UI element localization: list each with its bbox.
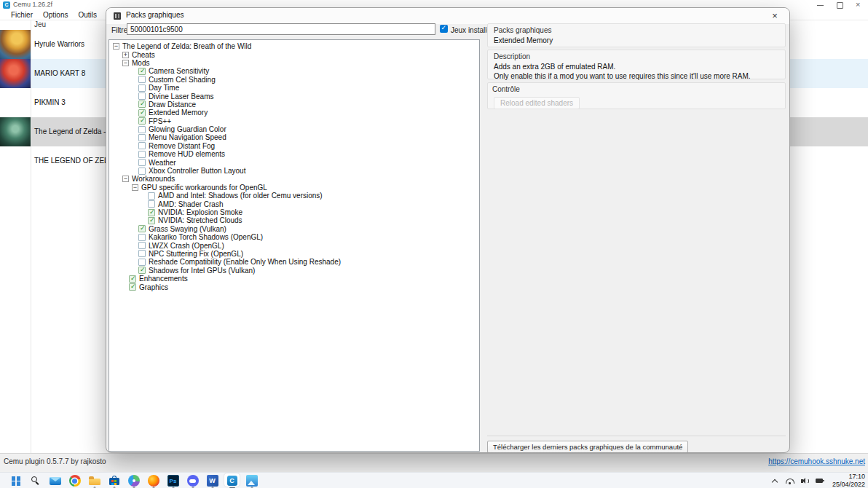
taskbar-icon-firefox[interactable] bbox=[143, 473, 163, 488]
tree-row[interactable]: AMD: Shader Crash bbox=[109, 200, 479, 208]
tree-row[interactable]: + Cheats bbox=[109, 50, 479, 58]
tree-row[interactable]: Custom Cel Shading bbox=[109, 76, 479, 84]
tree-checkbox[interactable] bbox=[138, 76, 146, 83]
tree-checkbox[interactable] bbox=[148, 192, 155, 200]
tree-row[interactable]: Menu Navigation Speed bbox=[109, 133, 479, 141]
game-title: Hyrule Warriors bbox=[34, 30, 84, 59]
taskbar-icon-file-explorer[interactable] bbox=[84, 473, 104, 488]
tree-row[interactable]: Extended Memory bbox=[109, 109, 479, 117]
tree-checkbox[interactable] bbox=[138, 259, 146, 266]
tree-checkbox[interactable] bbox=[138, 117, 146, 125]
tree-checkbox[interactable] bbox=[148, 200, 155, 208]
tree-expander-icon[interactable]: + bbox=[122, 52, 129, 58]
tree-checkbox[interactable] bbox=[148, 209, 155, 216]
tree-row[interactable]: Divine Laser Beams bbox=[109, 92, 479, 100]
tree-checkbox[interactable] bbox=[138, 142, 146, 149]
tree-row[interactable]: Reshade Compatibility (Enable Only When … bbox=[109, 258, 479, 266]
tree-row[interactable]: NPC Stuttering Fix (OpenGL) bbox=[109, 250, 479, 258]
tree-checkbox[interactable] bbox=[129, 275, 136, 283]
cemuhook-link[interactable]: https://cemuhook.sshnuke.net bbox=[768, 457, 865, 465]
tree-row[interactable]: Remove HUD elements bbox=[109, 150, 479, 158]
tree-checkbox[interactable] bbox=[138, 267, 146, 274]
tree-checkbox[interactable] bbox=[138, 126, 146, 133]
taskbar-icon-word[interactable]: W bbox=[202, 473, 222, 488]
tree-row[interactable]: − Workarounds bbox=[109, 175, 479, 183]
tree-row[interactable]: NVIDIA: Explosion Smoke bbox=[109, 208, 479, 216]
battery-icon[interactable] bbox=[816, 476, 826, 486]
taskbar-icon-photos[interactable] bbox=[242, 473, 261, 488]
tree-checkbox[interactable] bbox=[138, 234, 146, 241]
installed-games-checkbox[interactable] bbox=[440, 25, 448, 33]
tree-row[interactable]: Kakariko Torch Shadows (OpenGL) bbox=[109, 233, 479, 241]
taskbar-icon-chrome[interactable] bbox=[65, 473, 84, 488]
tree-label: Graphics bbox=[139, 283, 168, 291]
word-icon: W bbox=[207, 475, 218, 487]
tree-checkbox[interactable] bbox=[138, 68, 146, 75]
filter-input[interactable] bbox=[127, 23, 435, 35]
tree-row[interactable]: Enhancements bbox=[109, 275, 479, 283]
tree-checkbox[interactable] bbox=[138, 93, 146, 100]
tree-row[interactable]: NVIDIA: Stretched Clouds bbox=[109, 216, 479, 224]
tree-checkbox[interactable] bbox=[138, 109, 146, 117]
chevron-up-icon[interactable] bbox=[770, 476, 780, 486]
download-packs-button[interactable]: Télécharger les derniers packs graphique… bbox=[487, 441, 688, 453]
volume-icon[interactable] bbox=[800, 476, 810, 486]
tree-row[interactable]: Day Time bbox=[109, 84, 479, 92]
tree-checkbox[interactable] bbox=[148, 217, 155, 224]
taskbar-icon-photoshop[interactable]: Ps bbox=[163, 473, 183, 488]
tree-expander-icon[interactable]: − bbox=[113, 43, 119, 50]
clock[interactable]: 17:10 25/04/2022 bbox=[832, 473, 865, 488]
tree-row[interactable]: Xbox Controller Button Layout bbox=[109, 167, 479, 175]
tree-row[interactable]: AMD and Intel: Shadows (for older Cemu v… bbox=[109, 192, 479, 200]
tree-row[interactable]: − Mods bbox=[109, 59, 479, 67]
tree-row[interactable]: Grass Swaying (Vulkan) bbox=[109, 225, 479, 233]
taskbar-icon-search[interactable] bbox=[25, 473, 45, 488]
tree-checkbox[interactable] bbox=[138, 242, 146, 249]
reload-shaders-button[interactable]: Reload edited shaders bbox=[494, 97, 580, 109]
wifi-icon[interactable] bbox=[785, 476, 795, 486]
tree-row[interactable]: Shadows for Intel GPUs (Vulkan) bbox=[109, 267, 479, 275]
menu-item[interactable]: Outils bbox=[73, 10, 102, 20]
taskbar-icon-mail[interactable] bbox=[45, 473, 65, 488]
minimize-icon[interactable] bbox=[811, 0, 830, 10]
tree-checkbox[interactable] bbox=[138, 168, 146, 175]
dialog-close-icon[interactable]: × bbox=[765, 9, 785, 23]
tree-row[interactable]: − GPU specific workarounds for OpenGL bbox=[109, 184, 479, 192]
taskbar-icon-discord[interactable] bbox=[183, 473, 202, 488]
tree-label: NVIDIA: Explosion Smoke bbox=[158, 208, 242, 216]
taskbar-icon-paint-3d[interactable] bbox=[124, 473, 143, 488]
tree-row[interactable]: FPS++ bbox=[109, 117, 479, 125]
tree-row[interactable]: Weather bbox=[109, 158, 479, 166]
tree-row[interactable]: Remove Distant Fog bbox=[109, 142, 479, 150]
tree-label: NVIDIA: Stretched Clouds bbox=[158, 216, 242, 224]
system-tray: 17:10 25/04/2022 bbox=[770, 473, 865, 488]
tree-checkbox[interactable] bbox=[138, 250, 146, 257]
tree-checkbox[interactable] bbox=[138, 225, 146, 232]
tree-checkbox[interactable] bbox=[129, 283, 136, 291]
taskbar-icon-start[interactable] bbox=[6, 473, 25, 488]
dialog-titlebar[interactable]: Packs graphiques × bbox=[106, 8, 789, 24]
tree-row[interactable]: Camera Sensitivity bbox=[109, 67, 479, 75]
tree-row[interactable]: − The Legend of Zelda: Breath of the Wil… bbox=[109, 42, 479, 50]
taskbar-icon-cemu[interactable]: C bbox=[222, 473, 242, 488]
menu-item[interactable]: Options bbox=[38, 10, 73, 20]
tree-checkbox[interactable] bbox=[138, 134, 146, 141]
close-icon[interactable] bbox=[849, 0, 868, 10]
tree-checkbox[interactable] bbox=[138, 159, 146, 166]
tree-row[interactable]: Draw Distance bbox=[109, 101, 479, 109]
screen: C Cemu 1.26.2f FichierOptionsOutilsCPUNF… bbox=[0, 0, 868, 488]
tree-expander-icon[interactable]: − bbox=[122, 176, 129, 182]
tree-row[interactable]: LWZX Crash (OpenGL) bbox=[109, 241, 479, 249]
tree-checkbox[interactable] bbox=[138, 84, 146, 92]
menu-item[interactable]: Fichier bbox=[6, 10, 38, 20]
tree-expander-icon[interactable]: − bbox=[132, 184, 138, 191]
taskbar-icon-microsoft-store[interactable] bbox=[104, 473, 124, 488]
tree-row[interactable]: Graphics bbox=[109, 283, 479, 291]
tree-checkbox[interactable] bbox=[138, 101, 146, 108]
tree-row[interactable]: Glowing Guardian Color bbox=[109, 125, 479, 133]
tray-date: 25/04/2022 bbox=[832, 481, 865, 488]
group-packs-title: Packs graphiques bbox=[494, 26, 779, 34]
tree-checkbox[interactable] bbox=[138, 151, 146, 158]
maximize-icon[interactable] bbox=[830, 0, 849, 10]
tree-expander-icon[interactable]: − bbox=[122, 60, 129, 66]
